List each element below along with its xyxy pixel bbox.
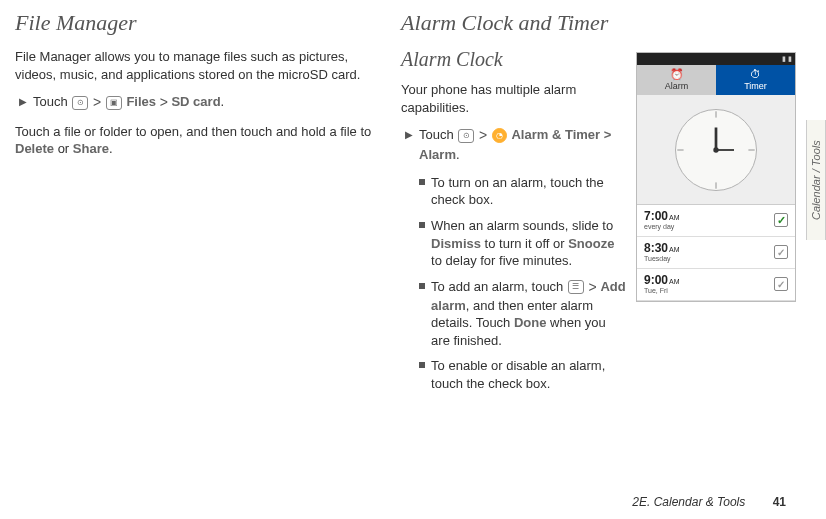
alarm-checkbox[interactable]: [774, 245, 788, 259]
right-column: Alarm Clock and Timer Alarm Clock Your p…: [401, 10, 796, 450]
gt-label: >: [604, 127, 612, 142]
left-column: File Manager File Manager allows you to …: [15, 10, 391, 450]
footer-page-number: 41: [773, 495, 786, 509]
alarm-clock-timer-heading: Alarm Clock and Timer: [401, 10, 628, 36]
bullet-text: When an alarm sounds, slide to Dismiss t…: [431, 217, 628, 270]
alarm-time: 7:00: [644, 209, 668, 223]
file-manager-intro: File Manager allows you to manage files …: [15, 48, 391, 83]
alarm-clock-subheading: Alarm Clock: [401, 48, 628, 71]
alarm-timer-label: Alarm & Timer: [511, 127, 600, 142]
apps-icon: ⊙: [458, 129, 474, 143]
bullet-item: To enable or disable an alarm, touch the…: [419, 357, 628, 392]
bullet-item: When an alarm sounds, slide to Dismiss t…: [419, 217, 628, 270]
gt-icon: >: [93, 94, 101, 110]
square-bullet-icon: [419, 283, 425, 289]
file-manager-heading: File Manager: [15, 10, 391, 36]
side-tab-label: Calendar / Tools: [806, 120, 826, 240]
alarm-tab-icon: ⏰: [670, 69, 684, 80]
bullet-item: To add an alarm, touch ☰ > Add alarm, an…: [419, 278, 628, 350]
folder-icon: ▣: [106, 96, 122, 110]
file-manager-step: ▶ Touch ⊙ > ▣ Files > SD card.: [19, 93, 391, 113]
alarm-bold-label: Alarm: [419, 147, 456, 162]
timer-tab-icon: ⏱: [750, 69, 761, 80]
phone-screenshot: ▮ ▮ ⏰ Alarm ⏱ Timer: [636, 52, 796, 302]
footer-section: 2E. Calendar & Tools: [632, 495, 745, 509]
step-pointer-icon: ▶: [405, 126, 413, 164]
tab-timer[interactable]: ⏱ Timer: [716, 65, 795, 95]
alarm-row[interactable]: 9:00AM Tue, Fri: [637, 269, 795, 301]
clock-icon: ◔: [492, 128, 507, 143]
tab-alarm-label: Alarm: [665, 81, 689, 91]
alarm-ampm: AM: [669, 278, 680, 285]
alarm-repeat: every day: [644, 223, 680, 231]
alarm-row[interactable]: 8:30AM Tuesday: [637, 237, 795, 269]
square-bullet-icon: [419, 222, 425, 228]
alarm-repeat: Tue, Fri: [644, 287, 680, 295]
alarm-bullet-list: To turn on an alarm, touch the check box…: [419, 174, 628, 392]
files-label: Files: [126, 94, 156, 109]
menu-icon: ☰: [568, 280, 584, 294]
step-touch-label: Touch: [33, 94, 71, 109]
square-bullet-icon: [419, 362, 425, 368]
alarm-checkbox[interactable]: ✓: [774, 213, 788, 227]
square-bullet-icon: [419, 179, 425, 185]
page-footer: 2E. Calendar & Tools 41: [632, 495, 786, 509]
alarm-step: ▶ Touch ⊙ > ◔ Alarm & Timer > Alarm.: [405, 126, 628, 164]
signal-icon: ▮: [782, 55, 786, 63]
svg-point-7: [713, 147, 718, 152]
bullet-text: To enable or disable an alarm, touch the…: [431, 357, 628, 392]
sdcard-label: SD card: [171, 94, 220, 109]
bullet-item: To turn on an alarm, touch the check box…: [419, 174, 628, 209]
apps-icon: ⊙: [72, 96, 88, 110]
status-bar: ▮ ▮: [637, 53, 795, 65]
bullet-text: To add an alarm, touch ☰ > Add alarm, an…: [431, 278, 628, 350]
step-pointer-icon: ▶: [19, 93, 27, 113]
alarm-time: 8:30: [644, 241, 668, 255]
alarm-checkbox[interactable]: [774, 277, 788, 291]
alarm-intro: Your phone has multiple alarm capabiliti…: [401, 81, 628, 116]
bullet-text: To turn on an alarm, touch the check box…: [431, 174, 628, 209]
file-manager-para2: Touch a file or folder to open, and then…: [15, 123, 391, 158]
clock-svg: [671, 105, 761, 195]
alarm-repeat: Tuesday: [644, 255, 680, 263]
alarm-time: 9:00: [644, 273, 668, 287]
gt-icon: >: [479, 127, 487, 143]
alarm-timer-tabs[interactable]: ⏰ Alarm ⏱ Timer: [637, 65, 795, 95]
gt-icon: >: [160, 94, 168, 110]
alarm-row[interactable]: 7:00AM every day ✓: [637, 205, 795, 237]
alarm-ampm: AM: [669, 246, 680, 253]
tab-timer-label: Timer: [744, 81, 767, 91]
step-touch-label: Touch: [419, 127, 457, 142]
alarm-ampm: AM: [669, 214, 680, 221]
analog-clock-face: [637, 95, 795, 205]
battery-icon: ▮: [788, 55, 792, 63]
tab-alarm[interactable]: ⏰ Alarm: [637, 65, 716, 95]
